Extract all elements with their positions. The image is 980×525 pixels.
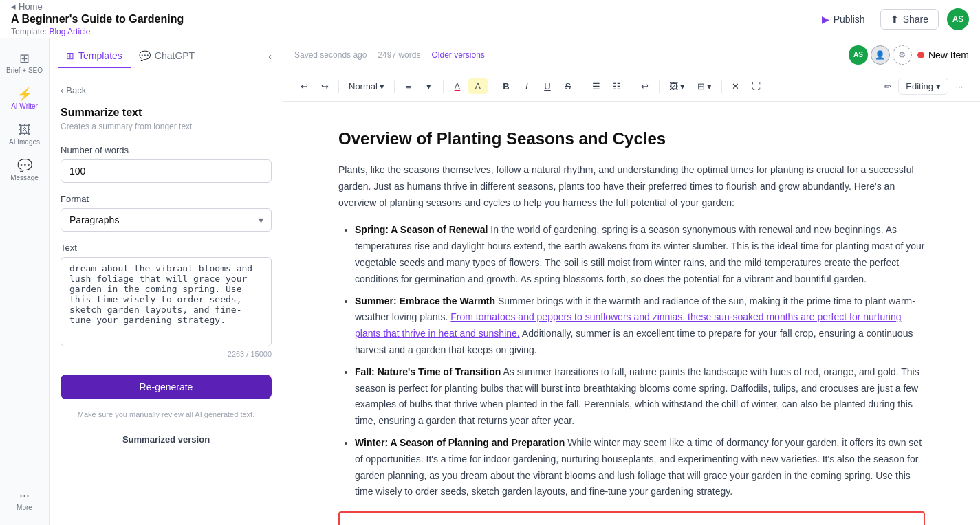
- saved-text: Saved seconds ago: [294, 50, 367, 60]
- undo-button[interactable]: ↩: [294, 78, 314, 94]
- more-options-button[interactable]: ···: [950, 78, 969, 94]
- page-title: A Beginner's Guide to Gardening: [11, 13, 184, 25]
- list-item[interactable]: Summer: Embrace the Warmth Summer brings…: [355, 293, 925, 359]
- collab-avatar-empty1: 👤: [871, 45, 890, 65]
- text-textarea[interactable]: dream about the vibrant blooms and lush …: [61, 257, 272, 346]
- ai-writer-icon: ⚡: [17, 88, 32, 100]
- template-info: Template: Blog Article: [11, 27, 184, 36]
- sidebar-item-label: Brief + SEO: [6, 67, 43, 74]
- tab-templates[interactable]: ⊞ Templates: [58, 45, 131, 68]
- chevron-down-icon: ▾: [707, 81, 712, 91]
- new-item-area: New Item: [917, 49, 969, 60]
- sidebar-item-more[interactable]: ··· More: [4, 484, 45, 517]
- sidebar-item-ai-images[interactable]: 🖼 AI Images: [4, 118, 45, 151]
- topbar: ◂ Home A Beginner's Guide to Gardening T…: [0, 0, 980, 38]
- collapse-panel-button[interactable]: ‹: [265, 48, 274, 65]
- bold-button[interactable]: B: [497, 78, 516, 94]
- strikethrough-button[interactable]: S: [558, 78, 578, 94]
- home-link[interactable]: ◂ Home: [11, 1, 184, 12]
- list-item[interactable]: Fall: Nature's Time of Transition As sum…: [355, 364, 925, 429]
- winter-title: Winter: A Season of Planning and Prepara…: [355, 437, 565, 448]
- italic-button[interactable]: I: [517, 78, 536, 94]
- align-dropdown[interactable]: ▾: [420, 78, 439, 94]
- format-select[interactable]: Paragraphs Bullet points Numbered list: [61, 208, 272, 232]
- left-panel: ⊞ Templates 💬 ChatGPT ‹ ‹ Back Summarize…: [50, 38, 283, 525]
- format-select-wrapper: Paragraphs Bullet points Numbered list: [61, 208, 272, 232]
- chevron-down-icon: ▾: [380, 81, 384, 91]
- publish-button[interactable]: ▶ Publish: [815, 10, 872, 29]
- ai-disclaimer: Make sure you manually review all AI gen…: [61, 409, 272, 421]
- back-button[interactable]: ‹ Back: [61, 85, 272, 96]
- underline-button[interactable]: U: [538, 78, 557, 94]
- tab-chatgpt[interactable]: 💬 ChatGPT: [131, 45, 203, 68]
- table-icon: ⊞: [697, 81, 705, 91]
- intro-paragraph[interactable]: Plants, like the seasons themselves, fol…: [338, 162, 925, 211]
- insert-table-dropdown[interactable]: ⊞ ▾: [692, 78, 717, 94]
- char-count: 2263 / 15000: [61, 350, 272, 358]
- editing-dropdown[interactable]: Editing ▾: [898, 78, 948, 95]
- sidebar-item-message[interactable]: 💬 Message: [4, 154, 45, 187]
- list-item[interactable]: Winter: A Season of Planning and Prepara…: [355, 435, 925, 500]
- image-icon: 🖼: [669, 81, 678, 91]
- highlight-button[interactable]: A: [468, 78, 488, 94]
- share-button[interactable]: ⬆ Share: [880, 9, 939, 30]
- sidebar-item-label: AI Writer: [11, 102, 38, 110]
- clear-format-button[interactable]: ✕: [726, 78, 745, 94]
- edit-icon[interactable]: ✏: [878, 78, 897, 94]
- left-panel-tabs: ⊞ Templates 💬 ChatGPT ‹: [50, 38, 283, 74]
- toolbar-divider: [394, 80, 395, 93]
- section-desc: Creates a summary from longer text: [61, 122, 272, 131]
- num-words-group: Number of words: [61, 145, 272, 183]
- text-color-button[interactable]: A: [448, 78, 467, 94]
- older-versions-link[interactable]: Older versions: [431, 50, 484, 60]
- section-title: Summarize text: [61, 107, 272, 119]
- ai-images-icon: 🖼: [19, 124, 31, 136]
- user-avatar[interactable]: AS: [947, 8, 969, 30]
- editor-content: Overview of Planting Seasons and Cycles …: [283, 102, 980, 525]
- icon-sidebar: ⊞ Brief + SEO ⚡ AI Writer 🖼 AI Images 💬 …: [0, 38, 50, 525]
- person-icon: 👤: [875, 50, 885, 60]
- toolbar-divider: [492, 80, 492, 93]
- editor-area: Saved seconds ago 2497 words Older versi…: [283, 38, 980, 525]
- toolbar-divider: [338, 80, 339, 93]
- formatting-toolbar: ↩ ↪ Normal ▾ ≡ ▾ A A B I U S ☰ ☷ ↩: [283, 71, 980, 102]
- new-item-label: New Item: [928, 49, 969, 60]
- text-group: Text dream about the vibrant blooms and …: [61, 243, 272, 358]
- editing-label: Editing: [906, 81, 933, 91]
- red-dot-indicator: [917, 52, 924, 58]
- chatgpt-icon: 💬: [139, 50, 151, 61]
- num-words-input[interactable]: [61, 159, 272, 183]
- sidebar-item-brief-seo[interactable]: ⊞ Brief + SEO: [4, 47, 45, 80]
- style-label: Normal: [349, 81, 378, 91]
- brief-seo-icon: ⊞: [19, 52, 30, 65]
- redo-button[interactable]: ↪: [315, 78, 334, 94]
- undo2-button[interactable]: ↩: [635, 78, 655, 94]
- seasons-list: Spring: A Season of Renewal In the world…: [338, 222, 925, 500]
- insert-image-dropdown[interactable]: 🖼 ▾: [664, 78, 690, 94]
- format-group: Format Paragraphs Bullet points Numbered…: [61, 194, 272, 232]
- bullet-list-button[interactable]: ☰: [587, 78, 606, 94]
- sidebar-item-ai-writer[interactable]: ⚡ AI Writer: [4, 82, 45, 115]
- list-item[interactable]: Spring: A Season of Renewal In the world…: [355, 222, 925, 287]
- fullscreen-button[interactable]: ⛶: [747, 78, 766, 94]
- main-layout: ⊞ Brief + SEO ⚡ AI Writer 🖼 AI Images 💬 …: [0, 38, 980, 525]
- fall-title: Fall: Nature's Time of Transition: [355, 366, 501, 377]
- toolbar-divider: [631, 80, 631, 93]
- document-heading[interactable]: Overview of Planting Seasons and Cycles: [338, 129, 925, 148]
- template-link[interactable]: Blog Article: [49, 27, 90, 36]
- text-label: Text: [61, 243, 272, 253]
- templates-icon: ⊞: [66, 50, 74, 61]
- sidebar-item-label: AI Images: [9, 138, 40, 146]
- editor-topbar-right: AS 👤 ⚙ New Item: [849, 45, 969, 65]
- chevron-down-icon: ▾: [936, 81, 941, 91]
- style-dropdown[interactable]: Normal ▾: [343, 78, 390, 94]
- numbered-list-button[interactable]: ☷: [607, 78, 627, 94]
- settings-icon: ⚙: [898, 50, 906, 60]
- document-body: Plants, like the seasons themselves, fol…: [338, 162, 925, 525]
- topbar-left: ◂ Home A Beginner's Guide to Gardening T…: [11, 1, 184, 36]
- align-button[interactable]: ≡: [399, 78, 418, 94]
- regenerate-button[interactable]: Re-generate: [61, 375, 272, 399]
- message-icon: 💬: [17, 159, 32, 172]
- collab-avatars: AS 👤 ⚙: [849, 45, 912, 65]
- num-words-label: Number of words: [61, 145, 272, 155]
